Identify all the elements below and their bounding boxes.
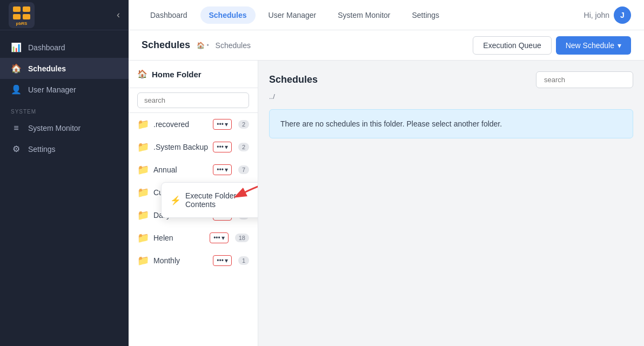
folder-list: 📁 .recovered ••• ▾ 2 📁 .System Backup ••…: [129, 113, 258, 346]
sidebar-navigation: 📊 Dashboard 🏠 Schedules 👤 User Manager S…: [0, 30, 129, 346]
dots-icon: •••: [217, 166, 224, 174]
folder-count: 18: [235, 234, 249, 242]
dots-icon: •••: [217, 143, 224, 151]
sidebar-item-label: Settings: [28, 145, 56, 154]
folder-menu-button-monthly[interactable]: ••• ▾: [213, 255, 232, 266]
new-schedule-label: New Schedule: [566, 41, 614, 50]
chevron-down-icon: ▾: [225, 143, 228, 151]
svg-rect-1: [13, 6, 21, 12]
new-schedule-chevron-icon: ▾: [618, 41, 621, 50]
schedules-icon: 🏠: [11, 63, 22, 74]
topnav-system-monitor[interactable]: System Monitor: [329, 6, 399, 24]
user-avatar: J: [614, 6, 631, 24]
system-monitor-icon: ≡: [11, 123, 22, 133]
chevron-down-icon: ▾: [225, 121, 228, 128]
breadcrumb-path[interactable]: Schedules: [216, 41, 251, 50]
folder-item-monthly[interactable]: 📁 Monthly ••• ▾ 1: [129, 249, 258, 272]
schedule-panel-title: Schedules: [269, 74, 536, 85]
topnav-dashboard[interactable]: Dashboard: [142, 6, 196, 24]
folder-name: .System Backup: [153, 143, 209, 151]
svg-rect-3: [13, 14, 21, 19]
folder-icon: 📁: [137, 232, 149, 244]
sidebar-item-schedules[interactable]: 🏠 Schedules: [0, 58, 129, 79]
user-info: Hi, john J: [584, 6, 631, 24]
topnav-user-manager[interactable]: User Manager: [260, 6, 325, 24]
sidebar-item-settings[interactable]: ⚙ Settings: [0, 138, 129, 159]
sidebar-item-label: User Manager: [28, 85, 76, 94]
folder-menu-button-helen[interactable]: ••• ▾: [210, 232, 229, 243]
sidebar-item-user-manager[interactable]: 👤 User Manager: [0, 79, 129, 100]
sidebar-item-label: Schedules: [28, 64, 66, 73]
sidebar-logo: pbRS ‹: [0, 0, 129, 30]
folder-name: Helen: [153, 234, 205, 242]
topnav-settings[interactable]: Settings: [403, 6, 448, 24]
folder-item-annual-wrapper: 📁 Annual ••• ▾ 7 ⚡ Execute Folder Conten…: [129, 158, 258, 181]
folder-count: 2: [238, 143, 249, 151]
folder-icon: 📁: [137, 118, 149, 130]
schedule-empty-message: There are no schedules in this folder. P…: [269, 109, 633, 138]
page-title: Schedules: [142, 39, 190, 51]
folder-item-annual[interactable]: 📁 Annual ••• ▾ 7: [129, 158, 258, 181]
dots-icon: •••: [217, 121, 224, 128]
chevron-down-icon: ▾: [225, 166, 228, 174]
sidebar-item-dashboard[interactable]: 📊 Dashboard: [0, 37, 129, 58]
chevron-down-icon: ▾: [222, 234, 225, 242]
schedule-path: ../: [269, 92, 633, 101]
top-navigation: Dashboard Schedules User Manager System …: [129, 0, 644, 30]
svg-rect-4: [23, 14, 30, 19]
topnav-schedules[interactable]: Schedules: [200, 6, 256, 24]
folder-menu-button-annual[interactable]: ••• ▾: [213, 164, 232, 175]
new-schedule-button[interactable]: New Schedule ▾: [556, 36, 631, 55]
sidebar-item-label: Dashboard: [28, 43, 65, 52]
folder-item-recovered[interactable]: 📁 .recovered ••• ▾ 2: [129, 113, 258, 136]
execution-queue-button[interactable]: Execution Queue: [473, 36, 551, 55]
folder-count: 2: [238, 120, 249, 129]
sidebar: pbRS ‹ 📊 Dashboard 🏠 Schedules 👤 User Ma…: [0, 0, 129, 346]
folder-menu-button-recovered[interactable]: ••• ▾: [213, 119, 232, 130]
dashboard-icon: 📊: [11, 42, 22, 52]
execute-folder-label: Execute Folder Contents: [185, 191, 258, 209]
settings-icon: ⚙: [11, 144, 22, 154]
main-content: Dashboard Schedules User Manager System …: [129, 0, 644, 346]
breadcrumb-bar: Schedules 🏠 • Schedules Execution Queue …: [129, 30, 644, 61]
user-manager-icon: 👤: [11, 84, 22, 95]
breadcrumb-separator: 🏠 •: [197, 42, 209, 49]
folder-dropdown-menu: ⚡ Execute Folder Contents: [161, 182, 258, 218]
sidebar-collapse-button[interactable]: ‹: [117, 9, 120, 21]
schedule-search-container: [536, 71, 633, 88]
schedule-search-input[interactable]: [536, 71, 633, 88]
schedule-panel: Schedules ../ There are no schedules in …: [258, 61, 644, 346]
folder-panel-title: Home Folder: [152, 70, 202, 79]
schedule-panel-header: Schedules: [269, 71, 633, 88]
folder-count: 7: [238, 165, 249, 174]
svg-text:pbRS: pbRS: [16, 21, 28, 26]
folder-menu-button-system-backup[interactable]: ••• ▾: [213, 142, 232, 152]
folder-search-input[interactable]: [137, 92, 249, 108]
folder-panel: 🏠 Home Folder 📁 .recovered ••• ▾ 2: [129, 61, 258, 346]
folder-name: Monthly: [153, 256, 209, 265]
folder-name: Annual: [153, 165, 209, 174]
folder-icon: 📁: [137, 187, 149, 198]
home-folder-icon: 🏠: [137, 69, 147, 79]
folder-search-container: [129, 88, 258, 113]
chevron-down-icon: ▾: [225, 257, 228, 264]
sidebar-item-label: System Monitor: [28, 124, 81, 132]
folder-icon: 📁: [137, 209, 149, 221]
folder-icon: 📁: [137, 141, 149, 153]
folder-item-system-backup[interactable]: 📁 .System Backup ••• ▾ 2: [129, 136, 258, 158]
execute-folder-contents-item[interactable]: ⚡ Execute Folder Contents: [162, 186, 258, 214]
lightning-icon: ⚡: [170, 195, 181, 205]
folder-panel-header: 🏠 Home Folder: [129, 61, 258, 88]
folder-icon: 📁: [137, 255, 149, 267]
dots-icon: •••: [213, 234, 220, 242]
sidebar-item-system-monitor[interactable]: ≡ System Monitor: [0, 118, 129, 138]
content-area: 🏠 Home Folder 📁 .recovered ••• ▾ 2: [129, 61, 644, 346]
folder-icon: 📁: [137, 164, 149, 176]
folder-count: 1: [238, 256, 249, 265]
folder-item-helen[interactable]: 📁 Helen ••• ▾ 18: [129, 227, 258, 249]
folder-name: .recovered: [153, 120, 209, 129]
svg-rect-2: [23, 6, 30, 12]
system-section-label: SYSTEM: [0, 100, 129, 118]
app-logo: pbRS: [9, 2, 35, 28]
user-greeting: Hi, john: [584, 11, 609, 19]
